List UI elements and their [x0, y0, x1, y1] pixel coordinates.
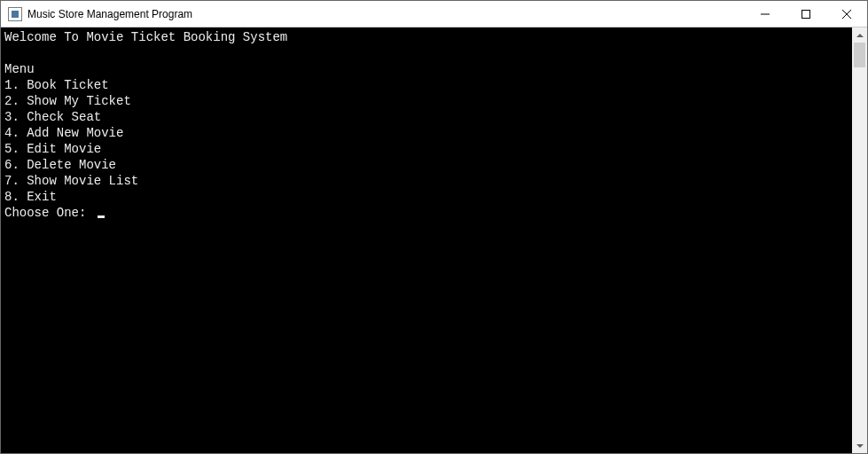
console-output[interactable]: Welcome To Movie Ticket Booking System M… — [1, 27, 852, 453]
app-window: Music Store Management Program Welcome T… — [0, 0, 868, 454]
chevron-down-icon — [856, 444, 864, 448]
minimize-icon — [761, 10, 770, 19]
scroll-track[interactable] — [852, 43, 867, 438]
minimize-button[interactable] — [745, 1, 786, 27]
client-area: Welcome To Movie Ticket Booking System M… — [1, 27, 867, 453]
menu-item: 8. Exit — [4, 189, 848, 205]
prompt-text: Choose One: — [4, 205, 94, 221]
menu-header: Menu — [4, 61, 848, 77]
scroll-down-button[interactable] — [852, 438, 867, 453]
menu-item: 3. Check Seat — [4, 109, 848, 125]
menu-item: 6. Delete Movie — [4, 157, 848, 173]
welcome-line: Welcome To Movie Ticket Booking System — [4, 29, 848, 45]
maximize-button[interactable] — [786, 1, 826, 27]
svg-rect-1 — [802, 10, 810, 18]
window-controls — [745, 1, 867, 27]
chevron-up-icon — [856, 34, 864, 37]
menu-item: 2. Show My Ticket — [4, 93, 848, 109]
vertical-scrollbar[interactable] — [852, 27, 867, 453]
menu-item: 1. Book Ticket — [4, 77, 848, 93]
window-title: Music Store Management Program — [27, 8, 745, 20]
scroll-up-button[interactable] — [852, 27, 867, 43]
prompt-line: Choose One: — [4, 205, 848, 221]
maximize-icon — [802, 10, 810, 19]
menu-item: 4. Add New Movie — [4, 125, 848, 141]
menu-item: 5. Edit Movie — [4, 141, 848, 157]
scroll-thumb[interactable] — [854, 43, 865, 67]
titlebar[interactable]: Music Store Management Program — [1, 1, 867, 27]
text-cursor — [98, 215, 105, 218]
close-button[interactable] — [826, 1, 867, 27]
menu-item: 7. Show Movie List — [4, 173, 848, 189]
blank-line — [4, 45, 848, 61]
close-icon — [842, 10, 851, 19]
app-icon — [8, 7, 22, 21]
